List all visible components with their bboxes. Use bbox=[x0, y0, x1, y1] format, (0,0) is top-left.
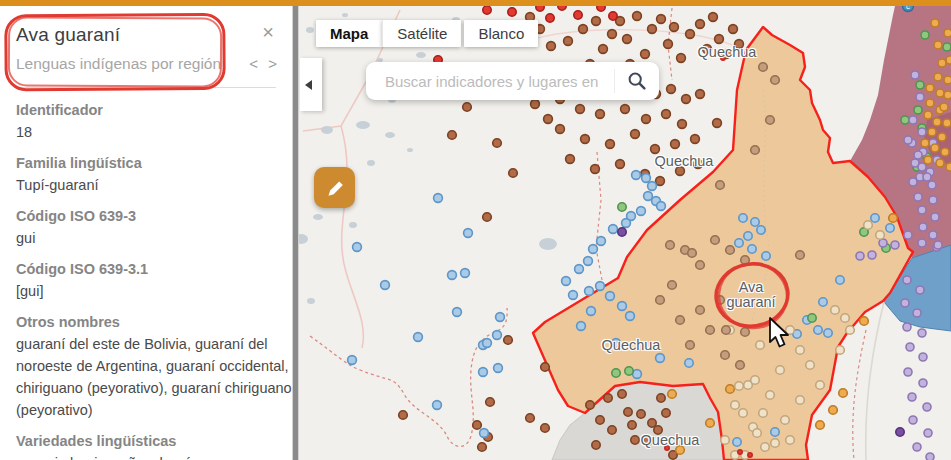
map-dot-brown[interactable] bbox=[648, 25, 657, 34]
map-dot-lavender[interactable] bbox=[914, 151, 922, 159]
map-dot-orange[interactable] bbox=[941, 148, 949, 156]
map-dot-brown[interactable] bbox=[493, 139, 502, 148]
map-dot-brown[interactable] bbox=[486, 398, 495, 407]
map-dot-brown[interactable] bbox=[682, 95, 691, 104]
map-dot-green[interactable] bbox=[618, 203, 626, 211]
map-dot-taupe[interactable] bbox=[696, 261, 705, 270]
map-dot-blue[interactable] bbox=[433, 401, 442, 410]
map-dot-cream[interactable] bbox=[864, 221, 873, 230]
map-dot-blue[interactable] bbox=[819, 298, 827, 306]
map-dot-orange[interactable] bbox=[926, 84, 934, 92]
map-dot-brown[interactable] bbox=[696, 90, 705, 99]
map-dot-cream[interactable] bbox=[766, 391, 775, 400]
map-dot-blue[interactable] bbox=[496, 313, 505, 322]
map-dot-orange[interactable] bbox=[816, 421, 825, 430]
map-dot-brown[interactable] bbox=[657, 394, 665, 402]
map-dot-brown[interactable] bbox=[628, 421, 636, 429]
map-dot-lavender[interactable] bbox=[918, 239, 926, 247]
map-dot-blue[interactable] bbox=[381, 281, 390, 290]
map-dot-brown[interactable] bbox=[651, 145, 660, 154]
close-icon[interactable]: × bbox=[262, 22, 274, 42]
map-dot-blue[interactable] bbox=[757, 226, 765, 234]
map-dot-brown[interactable] bbox=[556, 125, 565, 134]
map-dot-brown[interactable] bbox=[662, 409, 670, 417]
map-dot-blue[interactable] bbox=[748, 245, 756, 253]
map-dot-blue[interactable] bbox=[453, 308, 462, 317]
map-dot-brown[interactable] bbox=[531, 100, 540, 109]
map-dot-taupe[interactable] bbox=[676, 316, 685, 325]
map-dot-brown[interactable] bbox=[618, 390, 626, 398]
map-dot-brown[interactable] bbox=[544, 115, 553, 124]
map-dot-red_small[interactable] bbox=[665, 446, 669, 450]
map-dot-taupe[interactable] bbox=[721, 351, 730, 360]
map-dot-blue[interactable] bbox=[606, 292, 615, 301]
map-dot-cream[interactable] bbox=[735, 382, 744, 391]
map-dot-brown[interactable] bbox=[473, 421, 482, 430]
map-dot-lavender[interactable] bbox=[908, 393, 916, 401]
map-dot-cream[interactable] bbox=[739, 409, 748, 418]
map-dot-taupe[interactable] bbox=[771, 76, 780, 85]
map-dot-cream[interactable] bbox=[806, 361, 815, 370]
map-dot-cream[interactable] bbox=[761, 443, 770, 452]
map-dot-lavender[interactable] bbox=[931, 213, 939, 221]
map-dot-orange[interactable] bbox=[938, 59, 946, 67]
map-dot-blue[interactable] bbox=[479, 368, 488, 377]
map-dot-brown[interactable] bbox=[703, 45, 712, 54]
map-dot-cream[interactable] bbox=[841, 314, 850, 323]
map-dot-red_small[interactable] bbox=[748, 453, 752, 457]
map-dot-orange[interactable] bbox=[933, 118, 941, 126]
map-dot-blue[interactable] bbox=[618, 302, 627, 311]
map-dot-taupe[interactable] bbox=[696, 306, 705, 315]
map-dot-lavender[interactable] bbox=[904, 136, 912, 144]
map-dot-brown[interactable] bbox=[662, 110, 671, 119]
map-dot-taupe[interactable] bbox=[736, 361, 745, 370]
map-dot-blue[interactable] bbox=[648, 182, 657, 191]
map-dot-orange[interactable] bbox=[931, 19, 939, 27]
map-dot-brown[interactable] bbox=[483, 213, 492, 222]
map-dot-orange[interactable] bbox=[839, 389, 848, 398]
map-dot-cream[interactable] bbox=[776, 366, 785, 375]
map-dot-lavender[interactable] bbox=[911, 71, 919, 79]
map-dot-brown[interactable] bbox=[566, 155, 575, 164]
map-dot-blue[interactable] bbox=[464, 229, 473, 238]
map-dot-blue[interactable] bbox=[685, 359, 693, 367]
map-dot-taupe[interactable] bbox=[741, 328, 750, 337]
map-dot-brown[interactable] bbox=[641, 50, 650, 59]
map-dot-lavender[interactable] bbox=[903, 276, 911, 284]
map-dot-lavender[interactable] bbox=[904, 231, 912, 239]
map-dot-lavender[interactable] bbox=[918, 163, 926, 171]
map-dot-brown[interactable] bbox=[667, 85, 676, 94]
map-dot-cream[interactable] bbox=[796, 346, 805, 355]
map-dot-blue[interactable] bbox=[589, 245, 598, 254]
search-input[interactable] bbox=[366, 62, 614, 100]
sidebar-scrollbar[interactable] bbox=[292, 6, 299, 460]
map-dot-taupe[interactable] bbox=[766, 116, 775, 125]
map-dot-lavender[interactable] bbox=[918, 128, 926, 136]
map-dot-cream[interactable] bbox=[831, 306, 840, 315]
map-dot-blue[interactable] bbox=[493, 331, 502, 340]
map-dot-blue[interactable] bbox=[434, 194, 443, 203]
map-dot-brown[interactable] bbox=[526, 414, 535, 423]
map-dot-lavender[interactable] bbox=[928, 181, 936, 189]
map-dot-blue[interactable] bbox=[733, 438, 741, 446]
map-dot-green[interactable] bbox=[612, 369, 620, 377]
map-dot-blue[interactable] bbox=[575, 265, 584, 274]
map-dot-blue[interactable] bbox=[637, 207, 646, 216]
map-type-mapa-button[interactable]: Mapa bbox=[316, 20, 382, 47]
map-dot-blue[interactable] bbox=[483, 339, 492, 348]
map-dot-blue[interactable] bbox=[824, 329, 832, 337]
map-dot-brown[interactable] bbox=[713, 119, 722, 128]
map-dot-orange[interactable] bbox=[860, 317, 869, 326]
map-dot-orange[interactable] bbox=[668, 390, 677, 399]
map-dot-brown[interactable] bbox=[671, 140, 680, 149]
map-dot-brown[interactable] bbox=[448, 131, 457, 140]
map-dot-cream[interactable] bbox=[771, 439, 780, 448]
map-dot-orange[interactable] bbox=[924, 111, 932, 119]
map-dot-orange[interactable] bbox=[934, 73, 942, 81]
map-dot-blue[interactable] bbox=[448, 271, 457, 280]
map-dot-orange[interactable] bbox=[943, 119, 951, 127]
map-dot-taupe[interactable] bbox=[706, 326, 715, 335]
map-dot-lavender[interactable] bbox=[924, 429, 932, 437]
map-dot-brown[interactable] bbox=[586, 401, 594, 409]
map-dot-orange[interactable] bbox=[934, 41, 942, 49]
